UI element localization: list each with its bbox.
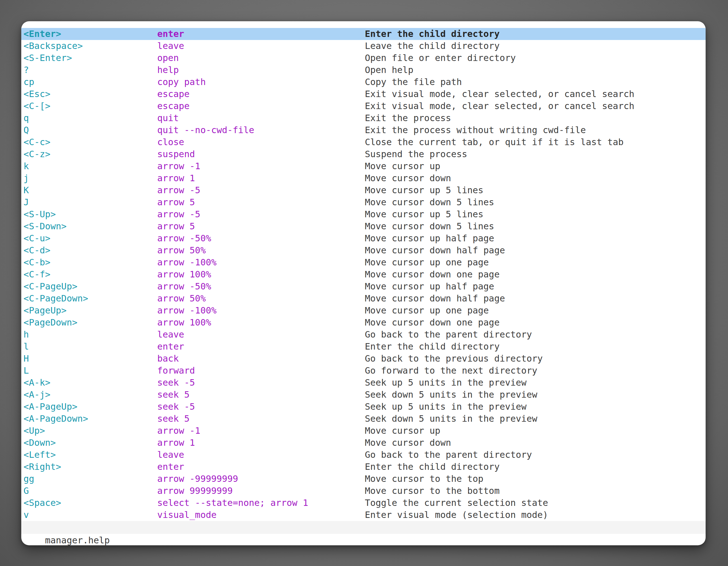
key-cell: <A-k> [24,377,50,389]
description-cell: Enter the child directory [365,340,500,353]
key-cell: <A-PageDown> [24,413,88,425]
key-cell: G [24,485,29,497]
command-cell: arrow 1 [157,437,195,449]
key-cell: <S-Up> [24,208,56,220]
key-cell: <Up> [24,425,45,437]
keybind-row[interactable]: <C-f>arrow 100%Move cursor down one page [21,269,706,281]
keybind-row[interactable]: <A-j>seek 5Seek down 5 units in the prev… [21,389,706,401]
description-cell: Seek down 5 units in the preview [365,413,537,425]
key-cell: L [24,365,29,377]
command-cell: arrow 100% [157,269,211,281]
keybind-row[interactable]: <PageDown>arrow 100%Move cursor down one… [21,316,706,328]
key-cell: <Backspace> [24,40,83,52]
command-cell: visual_mode [157,509,217,521]
keybind-row[interactable]: <C-b>arrow -100%Move cursor up one page [21,257,706,269]
keybind-row[interactable]: <C-PageDown>arrow 50%Move cursor down ha… [21,292,706,304]
key-cell: k [24,160,29,172]
command-cell: escape [157,100,190,112]
keybind-row[interactable]: Garrow 99999999Move cursor to the bottom [21,485,706,497]
description-cell: Move cursor to the bottom [365,485,500,497]
key-cell: <C-[> [24,100,50,112]
key-cell: <Right> [24,461,61,473]
description-cell: Seek up 5 units in the preview [365,401,527,413]
keybind-row[interactable]: ggarrow -99999999Move cursor to the top [21,473,706,485]
command-cell: enter [157,28,184,40]
description-cell: Enter the child directory [365,461,500,473]
command-cell: arrow 99999999 [157,485,233,497]
keybind-list: <Enter>enterEnter the child directory<Ba… [21,28,706,521]
desktop-background: { "window": { "status": "manager.help", … [0,0,728,566]
description-cell: Exit the process without writing cwd-fil… [365,124,586,136]
command-cell: enter [157,340,184,353]
keybind-row[interactable]: <Space>select --state=none; arrow 1Toggl… [21,497,706,509]
keybind-row[interactable]: karrow -1Move cursor up [21,160,706,172]
keybind-row[interactable]: ?helpOpen help [21,64,706,76]
description-cell: Move cursor up one page [365,304,489,316]
command-cell: arrow -50% [157,233,211,245]
key-cell: Q [24,124,29,136]
description-cell: Move cursor down 5 lines [365,220,494,233]
description-cell: Exit the process [365,112,451,124]
keybind-row[interactable]: Karrow -5Move cursor up 5 lines [21,184,706,196]
keybind-row[interactable]: <C-z>suspendSuspend the process [21,148,706,160]
key-cell: <Space> [24,497,61,509]
keybind-row[interactable]: LforwardGo forward to the next directory [21,365,706,377]
keybind-row[interactable]: <A-PageUp>seek -5Seek up 5 units in the … [21,401,706,413]
key-cell: <C-d> [24,245,50,257]
keybind-row[interactable]: lenterEnter the child directory [21,340,706,353]
key-cell: J [24,196,29,208]
key-cell: <C-u> [24,233,50,245]
keybind-row[interactable]: Jarrow 5Move cursor down 5 lines [21,196,706,208]
keybind-row[interactable]: <C-u>arrow -50%Move cursor up half page [21,233,706,245]
keybind-row[interactable]: <Right>enterEnter the child directory [21,461,706,473]
command-cell: quit [157,112,179,124]
key-cell: <C-z> [24,148,50,160]
command-cell: arrow -100% [157,257,217,269]
key-cell: l [24,340,29,353]
keybind-row[interactable]: <Esc>escapeExit visual mode, clear selec… [21,88,706,100]
keybind-row[interactable]: <Backspace>leaveLeave the child director… [21,40,706,52]
keybind-row[interactable]: <S-Enter>openOpen file or enter director… [21,52,706,64]
key-cell: q [24,112,29,124]
keybind-row[interactable]: <C-[>escapeExit visual mode, clear selec… [21,100,706,112]
keybind-row[interactable]: <C-c>closeClose the current tab, or quit… [21,136,706,148]
keybind-row[interactable]: <C-d>arrow 50%Move cursor down half page [21,245,706,257]
command-cell: help [157,64,179,76]
command-cell: arrow -50% [157,281,211,292]
key-cell: h [24,328,29,340]
keybind-row[interactable]: <C-PageUp>arrow -50%Move cursor up half … [21,281,706,292]
keybind-row[interactable]: cpcopy pathCopy the file path [21,76,706,88]
keybind-row[interactable]: vvisual_modeEnter visual mode (selection… [21,509,706,521]
status-bar: manager.help [21,521,706,534]
description-cell: Move cursor down [365,437,451,449]
description-cell: Move cursor up half page [365,233,494,245]
keybind-row[interactable]: qquitExit the process [21,112,706,124]
description-cell: Move cursor down one page [365,316,500,328]
keybind-row[interactable]: <Up>arrow -1Move cursor up [21,425,706,437]
description-cell: Move cursor down 5 lines [365,196,494,208]
key-cell: <Left> [24,449,56,461]
keybind-row[interactable]: <Enter>enterEnter the child directory [21,28,706,40]
description-cell: Seek up 5 units in the preview [365,377,527,389]
keybind-row[interactable]: jarrow 1Move cursor down [21,172,706,184]
description-cell: Copy the file path [365,76,462,88]
keybind-row[interactable]: Qquit --no-cwd-fileExit the process with… [21,124,706,136]
keybind-row[interactable]: hleaveGo back to the parent directory [21,328,706,340]
description-cell: Move cursor to the top [365,473,483,485]
keybind-row[interactable]: <A-PageDown>seek 5Seek down 5 units in t… [21,413,706,425]
command-cell: seek 5 [157,413,190,425]
keybind-row[interactable]: <S-Up>arrow -5Move cursor up 5 lines [21,208,706,220]
command-cell: arrow -5 [157,208,200,220]
description-cell: Seek down 5 units in the preview [365,389,537,401]
keybind-row[interactable]: <A-k>seek -5Seek up 5 units in the previ… [21,377,706,389]
description-cell: Move cursor down [365,172,451,184]
description-cell: Exit visual mode, clear selected, or can… [365,100,634,112]
command-cell: arrow -1 [157,160,200,172]
keybind-row[interactable]: <PageUp>arrow -100%Move cursor up one pa… [21,304,706,316]
keybind-row[interactable]: <Down>arrow 1Move cursor down [21,437,706,449]
keybind-row[interactable]: HbackGo back to the previous directory [21,353,706,365]
command-cell: select --state=none; arrow 1 [157,497,308,509]
keybind-row[interactable]: <Left>leaveGo back to the parent directo… [21,449,706,461]
description-cell: Move cursor down half page [365,292,505,304]
keybind-row[interactable]: <S-Down>arrow 5Move cursor down 5 lines [21,220,706,233]
